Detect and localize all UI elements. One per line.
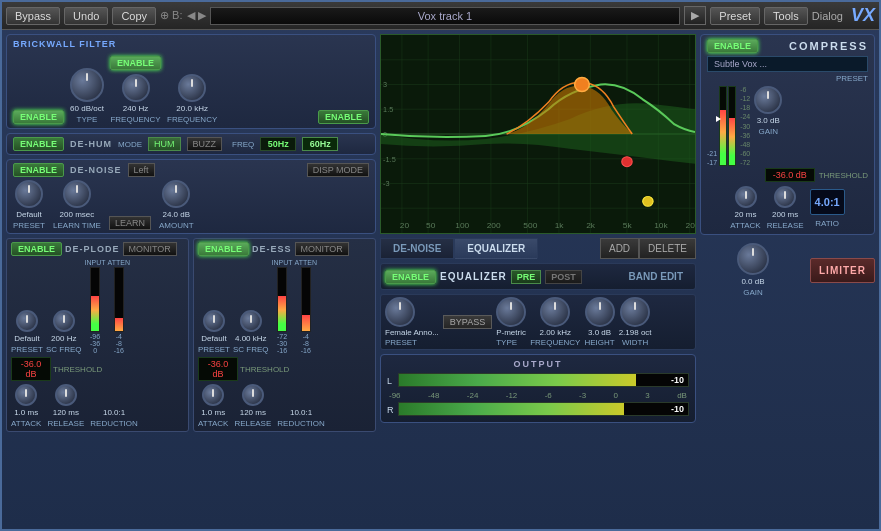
limiter-button[interactable]: LIMITER xyxy=(810,258,875,283)
deess-release-val: 120 ms xyxy=(240,408,266,417)
deplode-sc-freq-knob[interactable] xyxy=(53,310,75,332)
deplode-section: ENABLE DE-PLODE MONITOR Default PRESET 2… xyxy=(6,238,189,432)
deplode-release-knob[interactable] xyxy=(55,384,77,406)
denoise-enable[interactable]: ENABLE xyxy=(13,163,64,177)
denoise-preset-knob[interactable] xyxy=(15,180,43,208)
deess-attack-knob[interactable] xyxy=(202,384,224,406)
undo-button[interactable]: Undo xyxy=(64,7,108,25)
compress-preset-val[interactable]: Subtle Vox ... xyxy=(707,56,868,72)
deplode-input-label: INPUT xyxy=(85,259,106,266)
deess-preset-val: Default xyxy=(201,334,226,343)
bypass-button[interactable]: Bypass xyxy=(6,7,60,25)
deess-release-knob[interactable] xyxy=(242,384,264,406)
eq-freq-val: 2.00 kHz xyxy=(540,328,572,337)
brickwall-enable3[interactable]: ENABLE xyxy=(318,110,369,124)
deplode-preset-label: PRESET xyxy=(11,345,43,354)
tools-button[interactable]: Tools xyxy=(764,7,808,25)
svg-text:20k: 20k xyxy=(686,221,695,230)
preset-button[interactable]: Preset xyxy=(710,7,760,25)
deplode-preset-val: Default xyxy=(14,334,39,343)
output-level-r: -10 xyxy=(671,404,684,414)
eq-enable[interactable]: ENABLE xyxy=(385,270,436,284)
eq-freq-knob[interactable] xyxy=(540,297,570,327)
deplode-preset-knob[interactable] xyxy=(16,310,38,332)
copy-button[interactable]: Copy xyxy=(112,7,156,25)
dehum-freq2[interactable]: 60Hz xyxy=(302,137,338,151)
brickwall-knob2[interactable] xyxy=(122,74,150,102)
add-button[interactable]: ADD xyxy=(600,238,639,259)
eq-bypass-btn[interactable]: BYPASS xyxy=(443,315,492,329)
compress-release-val: 200 ms xyxy=(772,210,798,219)
deplode-atten-fader[interactable]: ATTEN -4 -8 -16 xyxy=(108,259,130,354)
compress-gain-knob[interactable] xyxy=(754,86,782,114)
deplode-attack-knob[interactable] xyxy=(15,384,37,406)
deplode-reduction-label: REDUCTION xyxy=(90,419,138,428)
eq-type-val: P-metric xyxy=(496,328,526,337)
denoise-disp-mode[interactable]: DISP MODE xyxy=(307,163,369,177)
svg-text:1k: 1k xyxy=(555,221,565,230)
dehum-buzz-btn[interactable]: BUZZ xyxy=(187,137,223,151)
middle-panel: 20 50 100 200 500 1k 2k 5k 10k 20k 3 1.5… xyxy=(380,34,696,529)
deplode-monitor[interactable]: MONITOR xyxy=(123,242,177,256)
dehum-hum-btn[interactable]: HUM xyxy=(148,137,181,151)
denoise-left-btn[interactable]: Left xyxy=(128,163,155,177)
svg-text:20: 20 xyxy=(400,221,410,230)
deess-atten-label: ATTEN xyxy=(295,259,317,266)
brickwall-db-value: 60 dB/oct xyxy=(70,104,104,113)
dehum-section: ENABLE DE-HUM MODE HUM BUZZ FREQ 50Hz 60… xyxy=(6,133,376,155)
svg-point-32 xyxy=(622,157,632,167)
tab-equalizer-main[interactable]: EQUALIZER xyxy=(454,238,538,259)
deess-preset-knob[interactable] xyxy=(203,310,225,332)
dehum-freq1[interactable]: 50Hz xyxy=(260,137,296,151)
logo: VX xyxy=(851,5,875,26)
deess-input-fader[interactable]: INPUT -72 -30 -16 xyxy=(272,259,293,354)
eq-width-knob[interactable] xyxy=(620,297,650,327)
denoise-learn-time-knob[interactable] xyxy=(63,180,91,208)
denoise-learn-time-val: 200 msec xyxy=(60,210,95,219)
brickwall-knob1[interactable] xyxy=(70,68,104,102)
compress-attack-knob[interactable] xyxy=(735,186,757,208)
eq-preset-knob[interactable] xyxy=(385,297,415,327)
eq-preset-label: PRESET xyxy=(385,338,417,347)
deplode-enable[interactable]: ENABLE xyxy=(11,242,62,256)
brickwall-enable2[interactable]: ENABLE xyxy=(110,56,161,70)
deess-attack-val: 1.0 ms xyxy=(201,408,225,417)
eq-post-btn[interactable]: POST xyxy=(545,270,582,284)
deess-sc-freq-knob[interactable] xyxy=(240,310,262,332)
eq-tab-bar: DE-NOISE EQUALIZER ADD DELETE xyxy=(380,238,696,259)
compress-gain-val: 3.0 dB xyxy=(757,116,780,125)
output-section: OUTPUT L -10 -96 -48 -24 -12 -6 -3 0 xyxy=(380,354,696,423)
denoise-amount-val: 24.0 dB xyxy=(162,210,190,219)
denoise-amount-knob[interactable] xyxy=(162,180,190,208)
denoise-learn-btn[interactable]: LEARN xyxy=(109,216,151,230)
compress-release-label: RELEASE xyxy=(767,221,804,230)
deess-monitor[interactable]: MONITOR xyxy=(295,242,349,256)
deess-atten-fader[interactable]: ATTEN -4 -8 -16 xyxy=(295,259,317,354)
deess-threshold-label: THRESHOLD xyxy=(240,365,289,374)
tab-denoise[interactable]: DE-NOISE xyxy=(380,238,454,259)
compress-enable[interactable]: ENABLE xyxy=(707,39,758,53)
band-edit-label: BAND EDIT xyxy=(621,267,691,286)
brickwall-freq1-value: 240 Hz xyxy=(123,104,148,113)
compress-preset-label: PRESET xyxy=(707,74,868,83)
eq-type-knob[interactable] xyxy=(496,297,526,327)
dehum-enable[interactable]: ENABLE xyxy=(13,137,64,151)
eq-pre-btn[interactable]: PRE xyxy=(511,270,542,284)
deess-title: DE-ESS xyxy=(252,244,292,254)
svg-text:10k: 10k xyxy=(654,221,668,230)
transport-play[interactable]: ▶ xyxy=(684,6,706,25)
output-gain-label: GAIN xyxy=(743,288,763,297)
brickwall-enable1[interactable]: ENABLE xyxy=(13,110,64,124)
deess-sc-freq-label: SC FREQ xyxy=(233,345,269,354)
deplode-input-fader[interactable]: INPUT -96 -36 0 xyxy=(85,259,106,354)
delete-button[interactable]: DELETE xyxy=(639,238,696,259)
eq-height-label: HEIGHT xyxy=(584,338,614,347)
eq-height-knob[interactable] xyxy=(585,297,615,327)
brickwall-knob3[interactable] xyxy=(178,74,206,102)
eq-freq-label: FREQUENCY xyxy=(530,338,580,347)
output-level-l: -10 xyxy=(671,375,684,385)
output-gain-knob[interactable] xyxy=(737,243,769,275)
deess-enable[interactable]: ENABLE xyxy=(198,242,249,256)
eq-width-val: 2.198 oct xyxy=(619,328,652,337)
compress-release-knob[interactable] xyxy=(774,186,796,208)
